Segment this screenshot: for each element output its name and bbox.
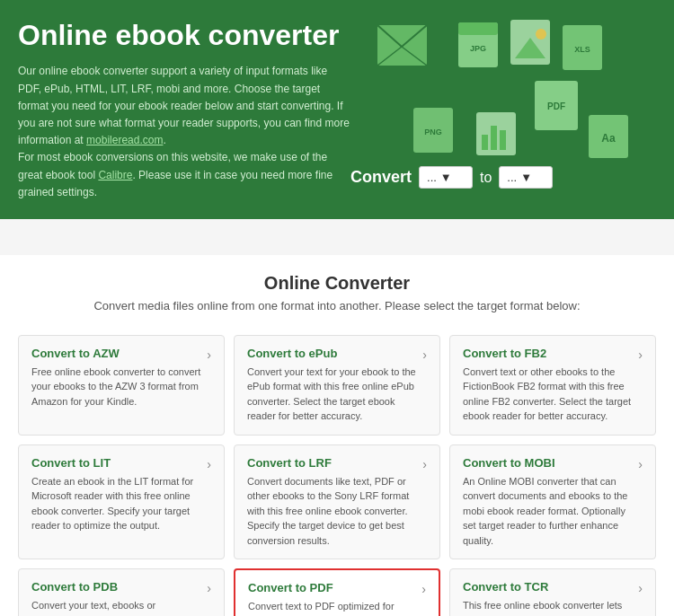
- converter-grid: Convert to AZWFree online ebook converte…: [18, 321, 656, 616]
- converter-card-desc-8: This free online ebook converter lets yo…: [463, 598, 633, 616]
- converter-card-body-1: Convert to ePubConvert your text for you…: [247, 347, 417, 424]
- converter-card-arrow-5: ›: [638, 457, 643, 471]
- hero-right: JPG XLS PDF PNG Aa Convert: [350, 18, 656, 198]
- converter-card-title-4: Convert to LRF: [247, 456, 417, 470]
- svg-rect-16: [482, 135, 488, 150]
- converter-card-body-7: Convert to PDFConvert text to PDF optimi…: [248, 581, 416, 616]
- section-header: Online Converter Convert media files onl…: [18, 255, 656, 321]
- svg-text:XLS: XLS: [574, 45, 590, 54]
- converter-card-4[interactable]: Convert to LRFConvert documents like tex…: [234, 444, 440, 560]
- svg-text:PNG: PNG: [424, 128, 442, 136]
- converter-card-desc-2: Convert text or other ebooks to the Fict…: [463, 365, 633, 424]
- svg-rect-17: [491, 126, 497, 150]
- to-label: to: [480, 170, 492, 186]
- svg-rect-18: [500, 130, 506, 150]
- svg-text:Aa: Aa: [601, 132, 616, 145]
- section-title: Online Converter: [18, 273, 656, 294]
- converter-card-title-0: Convert to AZW: [31, 347, 201, 360]
- converter-card-8[interactable]: Convert to TCRThis free online ebook con…: [449, 568, 656, 616]
- convert-label: Convert: [350, 168, 412, 187]
- hero-title: Online ebook converter: [18, 18, 350, 52]
- converter-card-title-6: Convert to PDB: [31, 580, 201, 594]
- converter-card-title-8: Convert to TCR: [463, 580, 633, 594]
- svg-point-8: [536, 29, 546, 40]
- converter-card-title-3: Convert to LIT: [31, 456, 201, 470]
- converter-card-body-4: Convert to LRFConvert documents like tex…: [247, 456, 417, 549]
- hero-left: Online ebook converter Our online ebook …: [18, 18, 350, 201]
- svg-rect-4: [458, 22, 498, 35]
- converter-card-title-2: Convert to FB2: [463, 347, 633, 360]
- svg-text:JPG: JPG: [470, 44, 486, 53]
- converter-card-desc-0: Free online ebook converter to convert y…: [31, 365, 201, 409]
- svg-text:PDF: PDF: [547, 101, 565, 111]
- converter-card-arrow-4: ›: [422, 457, 427, 471]
- converter-card-1[interactable]: Convert to ePubConvert your text for you…: [234, 335, 440, 436]
- converter-card-body-6: Convert to PDBConvert your text, ebooks …: [31, 580, 201, 616]
- mobileread-link[interactable]: mobileread.com: [86, 134, 163, 146]
- converter-card-7[interactable]: Convert to PDFConvert text to PDF optimi…: [234, 568, 440, 616]
- converter-card-2[interactable]: Convert to FB2Convert text or other eboo…: [449, 335, 656, 436]
- converter-card-title-7: Convert to PDF: [248, 581, 416, 594]
- converter-card-desc-1: Convert your text for your ebook to the …: [247, 365, 417, 424]
- converter-card-title-1: Convert to ePub: [247, 347, 417, 360]
- convert-bar: Convert ... ▼ to ... ▼: [350, 166, 553, 189]
- converter-card-arrow-8: ›: [638, 581, 643, 595]
- converter-card-5[interactable]: Convert to MOBIAn Online MOBI converter …: [449, 444, 656, 560]
- converter-card-0[interactable]: Convert to AZWFree online ebook converte…: [18, 335, 225, 436]
- hero-section: Online ebook converter Our online ebook …: [0, 0, 674, 219]
- hero-icons-svg: JPG XLS PDF PNG Aa: [368, 18, 656, 189]
- hero-description: Our online ebook converter support a var…: [18, 63, 350, 201]
- converter-card-arrow-1: ›: [422, 348, 427, 362]
- converter-card-desc-7: Convert text to PDF optimized for ebook …: [248, 599, 416, 616]
- converter-card-arrow-3: ›: [207, 457, 211, 471]
- converter-card-title-5: Convert to MOBI: [463, 456, 633, 470]
- converter-card-arrow-7: ›: [421, 582, 426, 596]
- main-content: Online Converter Convert media files onl…: [0, 255, 674, 616]
- converter-card-desc-5: An Online MOBI converter that can conver…: [463, 474, 633, 549]
- converter-card-3[interactable]: Convert to LITCreate an ebook in the LIT…: [18, 444, 225, 560]
- converter-card-desc-4: Convert documents like text, PDF or othe…: [247, 474, 417, 549]
- to-format-select[interactable]: ... ▼: [499, 166, 553, 189]
- converter-card-body-8: Convert to TCRThis free online ebook con…: [463, 580, 633, 616]
- converter-card-body-3: Convert to LITCreate an ebook in the LIT…: [31, 456, 201, 533]
- converter-card-6[interactable]: Convert to PDBConvert your text, ebooks …: [18, 568, 225, 616]
- from-format-select[interactable]: ... ▼: [419, 166, 473, 189]
- converter-card-body-2: Convert to FB2Convert text or other eboo…: [463, 347, 633, 424]
- from-format-value: ...: [427, 171, 437, 184]
- converter-card-desc-6: Convert your text, ebooks or documents t…: [31, 598, 201, 616]
- spacer: [0, 219, 674, 255]
- converter-card-arrow-0: ›: [207, 348, 211, 362]
- converter-card-arrow-2: ›: [638, 348, 643, 362]
- converter-card-body-5: Convert to MOBIAn Online MOBI converter …: [463, 456, 633, 549]
- from-format-chevron: ▼: [440, 171, 452, 184]
- to-format-value: ...: [507, 171, 517, 184]
- converter-card-desc-3: Create an ebook in the LIT format for Mi…: [31, 474, 201, 533]
- to-format-chevron: ▼: [520, 171, 532, 184]
- converter-card-arrow-6: ›: [207, 581, 211, 595]
- section-subtitle: Convert media files online from one form…: [18, 299, 656, 312]
- calibre-link[interactable]: Calibre: [98, 169, 132, 181]
- converter-card-body-0: Convert to AZWFree online ebook converte…: [31, 347, 201, 409]
